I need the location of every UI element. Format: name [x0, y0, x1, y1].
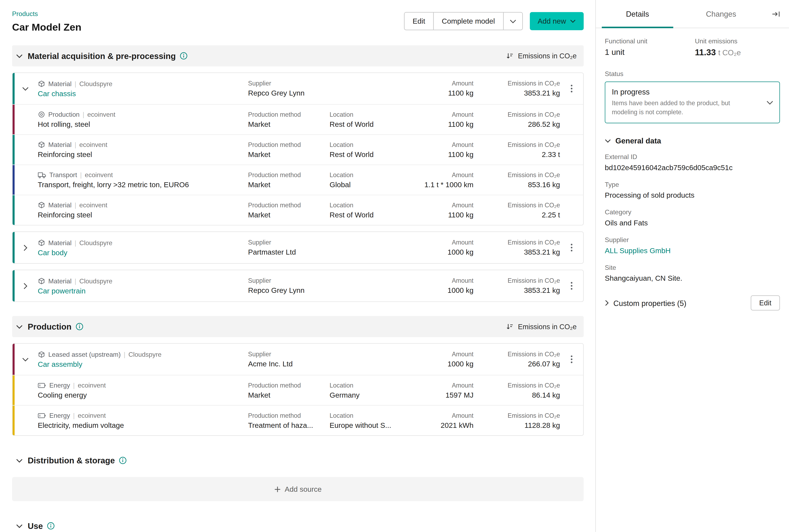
section-title: Production [28, 322, 72, 331]
model-actions-dropdown-button[interactable] [503, 13, 522, 30]
source-row-child[interactable]: Materialecoinvent Reinforcing steel Prod… [13, 195, 583, 225]
breadcrumb-products[interactable]: Products [12, 10, 38, 18]
row-menu-button[interactable] [560, 351, 583, 368]
row-menu-button[interactable] [560, 80, 583, 97]
add-source-button[interactable]: Add source [12, 477, 584, 501]
chevron-down-icon [570, 19, 576, 23]
add-new-button[interactable]: Add new [530, 12, 584, 30]
item-name-link[interactable]: Car chassis [38, 89, 248, 97]
status-label: Status [605, 70, 780, 77]
page-title: Car Model Zen [12, 22, 81, 33]
section-collapse-toggle[interactable] [16, 524, 23, 528]
source-row[interactable]: MaterialCloudspyre Car chassis SupplierR… [13, 73, 583, 104]
status-description: Items have been added to the product, bu… [612, 99, 748, 117]
collapse-panel-icon [771, 10, 781, 18]
leased-asset-icon [38, 350, 45, 358]
status-dropdown[interactable]: In progress Items have been added to the… [605, 81, 780, 124]
source-row[interactable]: MaterialCloudspyre Car powertrain Suppli… [13, 270, 583, 301]
app-window: Products Car Model Zen Edit Complete mod… [0, 0, 789, 532]
category-stripe [13, 165, 15, 195]
section-collapse-toggle[interactable] [16, 458, 23, 463]
info-icon[interactable] [76, 323, 84, 330]
item-name: Transport, freight, lorry >32 metric ton… [38, 180, 248, 189]
category-stripe [13, 270, 15, 301]
info-icon[interactable] [47, 522, 55, 530]
source-row[interactable]: Leased asset (upstream)Cloudspyre Car as… [13, 344, 583, 375]
section-title: Distribution & storage [28, 456, 115, 465]
transport-icon [38, 171, 46, 178]
sort-icon [506, 323, 514, 330]
item-name: Electricity, medium voltage [38, 421, 248, 429]
sort-icon [506, 52, 514, 60]
category-stripe [13, 135, 15, 165]
section-material-acquisition: Material acquisition & pre-processing Em… [12, 45, 584, 302]
section-header: Material acquisition & pre-processing Em… [12, 45, 584, 66]
source-row-child[interactable]: Energyecoinvent Electricity, medium volt… [13, 405, 583, 435]
status-value: In progress [612, 88, 761, 96]
category-stripe [13, 232, 15, 263]
collapse-panel-button[interactable] [763, 0, 789, 28]
field-external-id: External ID bd102e45916042acb759c6d05ca9… [605, 153, 780, 172]
material-icon [38, 239, 45, 246]
section-header: Use [12, 515, 584, 532]
section-title: Use [28, 521, 43, 531]
general-data-toggle[interactable]: General data [605, 136, 780, 145]
production-icon [38, 111, 45, 118]
expand-row-toggle[interactable] [23, 244, 27, 251]
info-icon[interactable] [119, 456, 127, 464]
section-collapse-toggle[interactable] [16, 324, 23, 329]
unit-emissions-label: Unit emissions [695, 37, 780, 45]
chevron-right-icon [605, 300, 609, 306]
field-category: Category Oils and Fats [605, 208, 780, 227]
details-panel: Details Changes Functional unit 1 unit U… [595, 0, 789, 532]
info-icon[interactable] [180, 52, 188, 60]
category-stripe [13, 344, 15, 375]
source-card-car-body: MaterialCloudspyre Car body SupplierPart… [12, 231, 584, 264]
row-menu-button[interactable] [560, 277, 583, 294]
source-row-child[interactable]: Materialecoinvent Reinforcing steel Prod… [13, 134, 583, 165]
item-name: Hot rolling, steel [38, 120, 248, 128]
custom-properties-toggle[interactable]: Custom properties (5) [613, 299, 686, 307]
row-menu-button[interactable] [560, 239, 583, 256]
material-icon [38, 277, 45, 285]
item-name-link[interactable]: Car powertrain [38, 287, 248, 294]
field-site: Site Shangcaiyuan, CN Site. [605, 264, 780, 283]
energy-icon [38, 413, 46, 418]
tab-details[interactable]: Details [596, 0, 679, 28]
sort-emissions-control[interactable]: Emissions in CO₂e [506, 323, 577, 330]
category-stripe [13, 73, 15, 104]
source-card-car-chassis: MaterialCloudspyre Car chassis SupplierR… [12, 73, 584, 225]
material-icon [38, 202, 45, 209]
tab-changes[interactable]: Changes [679, 0, 763, 28]
section-title: Material acquisition & pre-processing [28, 51, 176, 61]
plus-icon [274, 486, 281, 492]
supplier-link[interactable]: ALL Supplies GmbH [605, 247, 780, 255]
complete-model-button[interactable]: Complete model [433, 13, 503, 30]
section-header: Production Emissions in CO₂e [12, 316, 584, 337]
item-name: Reinforcing steel [38, 150, 248, 158]
edit-button[interactable]: Edit [405, 13, 433, 30]
sort-emissions-control[interactable]: Emissions in CO₂e [506, 52, 577, 60]
source-row[interactable]: MaterialCloudspyre Car body SupplierPart… [13, 232, 583, 263]
source-row-child[interactable]: Transportecoinvent Transport, freight, l… [13, 165, 583, 195]
section-collapse-toggle[interactable] [16, 54, 23, 58]
field-supplier: Supplier ALL Supplies GmbH [605, 236, 780, 255]
category-stripe [13, 406, 15, 435]
chevron-down-icon [509, 19, 516, 23]
functional-unit-value: 1 unit [605, 48, 690, 57]
source-row-child[interactable]: Energyecoinvent Cooling energy Productio… [13, 375, 583, 405]
source-row-child[interactable]: Productionecoinvent Hot rolling, steel P… [13, 104, 583, 134]
expand-row-toggle[interactable] [23, 283, 27, 289]
unit-emissions-value: 11.33 t CO₂e [695, 48, 780, 58]
item-name-link[interactable]: Car assembly [38, 360, 248, 368]
collapse-row-toggle[interactable] [22, 86, 28, 91]
material-icon [38, 141, 45, 149]
collapse-row-toggle[interactable] [22, 357, 28, 361]
energy-icon [38, 382, 46, 388]
chevron-down-icon [766, 100, 773, 105]
item-name-link[interactable]: Car body [38, 248, 248, 256]
edit-custom-properties-button[interactable]: Edit [751, 296, 780, 310]
model-actions-group: Edit Complete model [404, 12, 522, 30]
item-name: Cooling energy [38, 391, 248, 399]
section-distribution-storage: Distribution & storage Add source [12, 450, 584, 501]
